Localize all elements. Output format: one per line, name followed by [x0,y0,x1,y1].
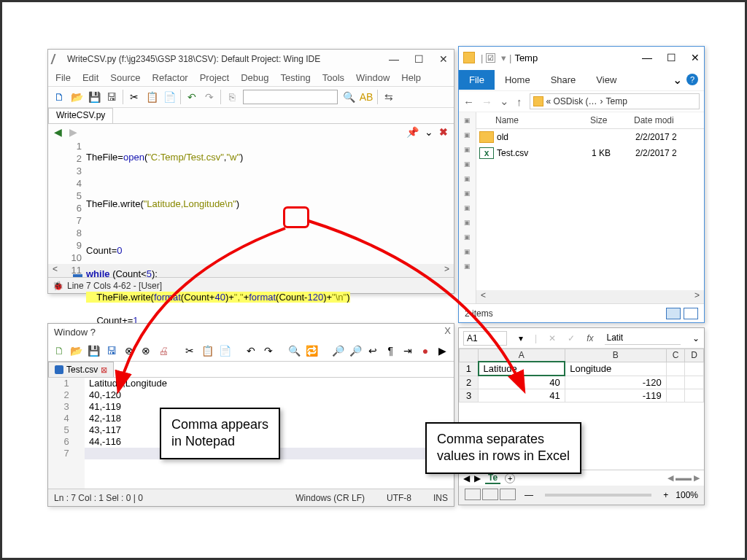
editor-tab[interactable]: WriteCSV.py [48,108,113,123]
tiles-view-icon[interactable] [684,308,698,319]
close-button[interactable]: ✕ [691,52,700,63]
nav-fwd-icon[interactable]: → [481,96,492,108]
settings-icon[interactable]: ⇆ [382,90,395,104]
sheet-tab[interactable]: Te [485,472,500,484]
expand-icon[interactable]: ⌄ [692,333,700,343]
ribbon-file[interactable]: File [459,70,495,90]
cell-ref[interactable]: A1 [463,331,507,346]
col-size[interactable]: Size [586,112,630,128]
wing-source[interactable]: TheFile=open("C:Temp/Test.csv","w") TheF… [86,140,454,264]
search-input[interactable] [243,90,338,104]
close-tab-icon[interactable]: ✖ [439,126,448,138]
dropdown-icon[interactable]: ▾ [519,333,523,343]
explorer-tree[interactable]: ▣▣▣▣▣▣▣▣▣▣▣ [459,112,476,303]
save-all-icon[interactable]: 🖫 [105,90,118,104]
help-icon[interactable]: ? [686,74,698,85]
explorer-hscroll[interactable]: <> [476,290,704,303]
list-item[interactable]: x Test.csv 1 KB 2/2/2017 2 [476,145,704,161]
cut-icon[interactable]: ✂ [128,90,141,104]
new-file-icon[interactable]: 🗋 [53,344,66,357]
undo-icon[interactable]: ↶ [244,344,258,357]
scroll-left-icon[interactable]: ◀ [463,473,470,483]
find-icon[interactable]: 🔍 [288,344,301,357]
col-date[interactable]: Date modi [630,112,704,128]
show-chars-icon[interactable]: ¶ [384,344,397,357]
close-button[interactable]: X [444,325,451,336]
open-file-icon[interactable]: 📂 [70,90,83,104]
save-icon[interactable]: 💾 [88,90,101,104]
nav-back-icon[interactable]: ← [463,96,474,108]
bug-icon[interactable]: 🐞 [53,281,63,291]
fx-icon[interactable]: fx [587,333,593,343]
npp-menu-bar[interactable]: Window ? [48,324,454,340]
maximize-button[interactable]: ☐ [667,52,676,63]
menu-project[interactable]: Project [200,72,229,83]
file-tab[interactable]: Test.csv ⊠ [48,362,114,377]
nav-up-icon[interactable]: ↑ [516,96,522,108]
menu-window[interactable]: Window [356,72,390,83]
new-sheet-icon[interactable]: + [505,473,515,483]
search-icon[interactable]: 🔍 [342,90,355,104]
pushpin-icon[interactable]: 📌 [406,126,419,138]
close-file-icon[interactable]: ⊗ [123,344,136,357]
redo-icon[interactable]: ↷ [203,90,216,104]
menu-refactor[interactable]: Refactor [152,72,188,83]
goto-icon[interactable]: ⎘ [225,90,239,104]
maximize-button[interactable]: ☐ [413,53,425,65]
zoom-slider[interactable] [545,494,651,497]
cut-icon[interactable]: ✂ [183,344,196,357]
undo-icon[interactable]: ↶ [185,90,198,104]
ribbon-share[interactable]: Share [541,70,587,90]
minimize-button[interactable]: — [388,53,400,65]
minimize-button[interactable]: — [642,52,652,63]
nav-recent-icon[interactable]: ⌄ [500,95,509,108]
replace-icon[interactable]: 🔁 [306,344,319,357]
chevron-down-icon[interactable]: ⌄ [673,73,682,87]
list-header[interactable]: Name Size Date modi [476,112,704,129]
ribbon-view[interactable]: View [586,70,627,90]
record-macro-icon[interactable]: ● [419,344,432,357]
scroll-right-icon[interactable]: ▶ [474,473,481,483]
redo-icon[interactable]: ↷ [262,344,275,357]
address-bar[interactable]: « OSDisk (…› Temp [530,93,700,109]
menu-testing[interactable]: Testing [280,72,310,83]
menu-debug[interactable]: Debug [241,72,268,83]
dropdown-icon[interactable]: ☑ [486,53,495,63]
open-file-icon[interactable]: 📂 [70,344,83,357]
nav-fwd-icon[interactable]: ▶ [69,126,77,138]
menu-tools[interactable]: Tools [322,72,344,83]
view-switcher[interactable] [465,489,517,502]
enter-formula-icon[interactable]: ✓ [568,333,575,343]
zoom-out-icon[interactable]: 🔎 [349,344,362,357]
save-icon[interactable]: 💾 [88,344,101,357]
menu-help[interactable]: Help [401,72,421,83]
formula-value[interactable]: Latit [605,331,681,345]
zoom-level[interactable]: 100% [676,490,698,500]
details-view-icon[interactable] [666,308,681,319]
find-replace-icon[interactable]: AB [360,90,373,104]
wrap-icon[interactable]: ↩ [366,344,379,357]
menu-file[interactable]: File [55,72,71,83]
new-file-icon[interactable]: 🗋 [53,90,66,104]
paste-icon[interactable]: 📄 [218,344,231,357]
save-all-icon[interactable]: 🖫 [105,344,118,357]
indent-icon[interactable]: ⇥ [401,344,414,357]
close-tab-icon[interactable]: ⊠ [101,365,107,375]
chevron-down-icon[interactable]: ⌄ [425,126,433,138]
close-all-icon[interactable]: ⊗ [140,344,153,357]
ribbon-home[interactable]: Home [495,70,541,90]
cancel-formula-icon[interactable]: ✕ [549,333,556,343]
copy-icon[interactable]: 📋 [145,90,158,104]
menu-edit[interactable]: Edit [82,72,98,83]
col-name[interactable]: Name [491,112,586,128]
nav-back-icon[interactable]: ◀ [54,126,62,138]
print-icon[interactable]: 🖨 [157,344,170,357]
menu-source[interactable]: Source [110,72,140,83]
list-item[interactable]: old 2/2/2017 2 [476,129,704,145]
paste-icon[interactable]: 📄 [163,90,176,104]
wing-code-editor[interactable]: 1234567891011 TheFile=open("C:Temp/Test.… [48,140,454,264]
copy-icon[interactable]: 📋 [201,344,214,357]
close-button[interactable]: ✕ [438,53,449,65]
play-macro-icon[interactable]: ▶ [436,344,449,357]
zoom-in-icon[interactable]: 🔎 [332,344,345,357]
